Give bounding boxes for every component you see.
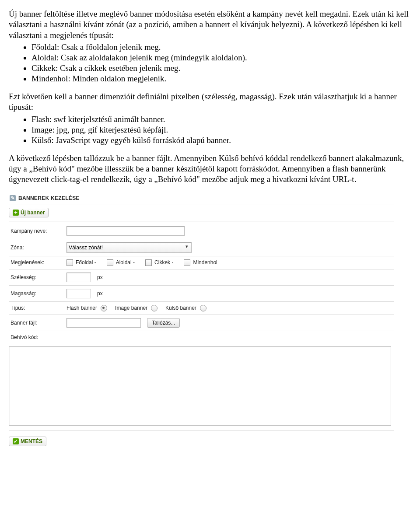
- list-item: Aloldal: Csak az aloldalakon jelenik meg…: [32, 53, 411, 63]
- height-unit: px: [97, 290, 103, 297]
- row-zone: Zóna:: [9, 239, 394, 256]
- browse-button[interactable]: Tallózás...: [147, 318, 180, 328]
- campaign-name-input[interactable]: [66, 226, 185, 236]
- label-appearances: Megjelenések:: [10, 259, 63, 266]
- new-banner-button[interactable]: ＋ Új banner: [9, 208, 49, 217]
- paragraph-intro: Új banner feltöltése illetve meglévő ban…: [9, 9, 411, 41]
- list-item: Főoldal: Csak a főoldalon jelenik meg.: [32, 42, 411, 52]
- label-width: Szélesség:: [10, 274, 63, 280]
- edit-icon: ✎: [10, 195, 16, 201]
- plus-icon: ＋: [13, 210, 19, 216]
- list-item: Cikkek: Csak a cikkek esetében jelenik m…: [32, 63, 411, 73]
- row-banner-file: Banner fájl: Tallózás...: [9, 315, 394, 331]
- paragraph-file-code: A következő lépésben tallózzuk be a bann…: [9, 153, 411, 185]
- checkbox-cikkek-label: Cikkek -: [154, 259, 173, 266]
- checkbox-fooldal-label: Főoldal -: [76, 259, 96, 266]
- height-input[interactable]: [66, 289, 91, 298]
- radio-image-label: Image banner: [115, 305, 147, 311]
- new-banner-label: Új banner: [21, 210, 45, 216]
- radio-kulso[interactable]: [200, 305, 206, 311]
- banner-form-panel: ✎ BANNEREK KEZELÉSE ＋ Új banner Kampány …: [9, 194, 394, 448]
- banner-type-list: Flash: swf kiterjelsztésű animált banner…: [9, 115, 411, 145]
- checkbox-aloldal-label: Aloldal -: [116, 259, 135, 266]
- row-height: Magasság: px: [9, 286, 394, 302]
- label-campaign: Kampány neve:: [10, 228, 63, 234]
- width-unit: px: [97, 274, 103, 280]
- width-input[interactable]: [66, 273, 91, 282]
- radio-flash-label: Flash banner: [66, 305, 97, 311]
- radio-image[interactable]: [151, 305, 158, 311]
- behivo-kod-textarea[interactable]: [9, 346, 391, 426]
- checkbox-aloldal[interactable]: [107, 259, 113, 266]
- checkbox-mindenhol[interactable]: [184, 259, 190, 266]
- row-appearances: Megjelenések: Főoldal - Aloldal - Cikkek…: [9, 256, 394, 269]
- radio-flash[interactable]: [101, 305, 107, 311]
- list-item: Flash: swf kiterjelsztésű animált banner…: [32, 115, 411, 124]
- list-item: Külső: JavaScript vagy egyéb külső forrá…: [32, 136, 411, 145]
- label-height: Magasság:: [10, 290, 63, 297]
- radio-kulso-label: Külső banner: [165, 305, 196, 311]
- checkbox-mindenhol-label: Mindenhol: [193, 259, 217, 266]
- row-campaign-name: Kampány neve:: [9, 223, 394, 239]
- panel-title-bar: ✎ BANNEREK KEZELÉSE: [9, 194, 394, 204]
- appearance-type-list: Főoldal: Csak a főoldalon jelenik meg. A…: [9, 42, 411, 84]
- row-type: Típus: Flash banner Image banner Külső b…: [9, 302, 394, 315]
- label-zone: Zóna:: [10, 245, 63, 251]
- panel-title-text: BANNEREK KEZELÉSE: [18, 195, 80, 201]
- list-item: Image: jpg, png, gif kiterjesztésű képfá…: [32, 125, 411, 135]
- zone-select[interactable]: [66, 242, 192, 253]
- banner-file-input[interactable]: [66, 318, 141, 328]
- label-code: Behívó kód:: [10, 334, 63, 340]
- label-file: Banner fájl:: [10, 320, 63, 326]
- paragraph-dimensions: Ezt követően kell a banner dimenzióit de…: [9, 91, 411, 113]
- list-item: Mindenhol: Minden oldalon megjelenik.: [32, 74, 411, 84]
- save-button[interactable]: ✓ MENTÉS: [9, 437, 46, 446]
- label-type: Típus:: [10, 305, 63, 311]
- row-behivo-kod: Behívó kód:: [9, 331, 394, 343]
- checkbox-fooldal[interactable]: [66, 259, 73, 266]
- save-button-label: MENTÉS: [21, 438, 42, 444]
- row-width: Szélesség: px: [9, 269, 394, 286]
- checkbox-cikkek[interactable]: [145, 259, 152, 266]
- check-icon: ✓: [13, 438, 19, 444]
